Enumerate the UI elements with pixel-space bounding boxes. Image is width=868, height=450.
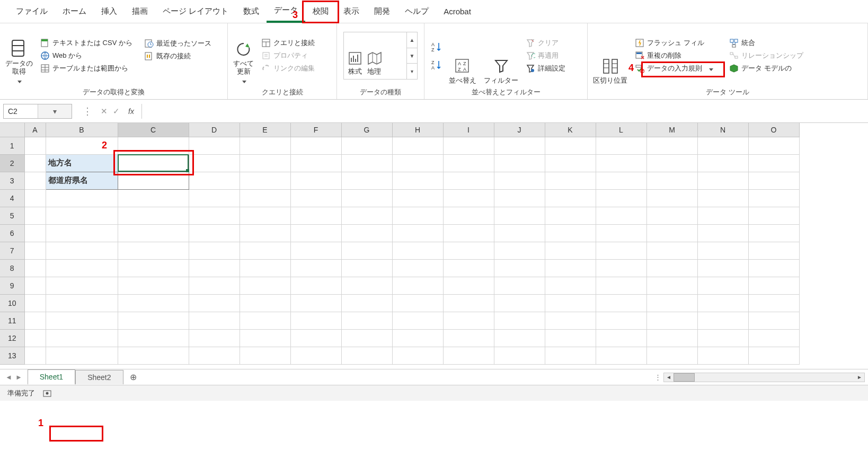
row-header-1[interactable]: 1: [0, 137, 24, 154]
name-box[interactable]: C2 ▾: [3, 104, 72, 119]
row-header-12[interactable]: 12: [0, 329, 24, 347]
name-box-dropdown-icon[interactable]: ▾: [38, 104, 72, 118]
add-sheet-button[interactable]: ⊕: [123, 372, 143, 382]
sheet-tab-1[interactable]: Sheet1: [28, 369, 75, 385]
menu-developer[interactable]: 開発: [367, 1, 397, 22]
menu-draw[interactable]: 描画: [125, 1, 155, 22]
macro-record-icon[interactable]: [42, 389, 52, 398]
row-header-13[interactable]: 13: [0, 347, 24, 364]
menu-insert[interactable]: 挿入: [94, 1, 125, 22]
advanced-filter-button[interactable]: 詳細設定: [524, 63, 568, 74]
data-model-button[interactable]: データ モデルの: [727, 63, 805, 74]
spreadsheet-grid[interactable]: A B C D E F G H I J K L M N O 1 2地方名 3都道…: [0, 123, 868, 369]
row-header-9[interactable]: 9: [0, 277, 24, 294]
col-header-M[interactable]: M: [646, 123, 697, 137]
stocks-label: 株式: [348, 67, 362, 76]
select-all-corner[interactable]: [0, 123, 24, 137]
sort-desc-button[interactable]: ZA: [428, 58, 444, 72]
row-header-6[interactable]: 6: [0, 224, 24, 242]
sheet-tab-2[interactable]: Sheet2: [75, 370, 123, 384]
formula-bar: C2 ▾ ⋮ ✕ ✓ fx: [0, 100, 868, 123]
col-header-J[interactable]: J: [494, 123, 545, 137]
recent-sources-button[interactable]: 最近使ったソース: [142, 38, 222, 49]
clear-filter-button[interactable]: クリア: [524, 37, 568, 49]
scroll-right-icon[interactable]: ►: [855, 374, 864, 380]
row-header-11[interactable]: 11: [0, 312, 24, 329]
menu-formulas[interactable]: 数式: [236, 1, 267, 22]
from-web-button[interactable]: Web から: [38, 50, 139, 61]
cell-C2[interactable]: [118, 154, 189, 172]
chevron-up-icon[interactable]: ▲: [407, 32, 417, 48]
menu-file[interactable]: ファイル: [8, 1, 55, 22]
row-header-4[interactable]: 4: [0, 189, 24, 207]
from-table-button[interactable]: テーブルまたは範囲から: [38, 63, 139, 74]
menu-pagelayout[interactable]: ページ レイアウト: [155, 1, 236, 22]
col-header-K[interactable]: K: [545, 123, 596, 137]
menu-acrobat[interactable]: Acrobat: [436, 2, 479, 21]
cell-C3[interactable]: [118, 172, 189, 189]
formula-input[interactable]: [142, 104, 868, 119]
svg-rect-13: [145, 52, 152, 60]
fx-icon[interactable]: fx: [123, 107, 139, 116]
svg-text:A: A: [458, 61, 461, 66]
cell-B3[interactable]: 都道府県名: [46, 172, 118, 189]
menu-help[interactable]: ヘルプ: [397, 1, 436, 22]
existing-conn-button[interactable]: 既存の接続: [142, 50, 222, 62]
queries-button[interactable]: クエリと接続: [259, 37, 317, 49]
next-sheet-icon[interactable]: ►: [15, 373, 22, 381]
col-header-L[interactable]: L: [596, 123, 646, 137]
row-header-5[interactable]: 5: [0, 207, 24, 224]
menu-data[interactable]: データ: [267, 0, 305, 23]
scroll-thumb[interactable]: [674, 373, 695, 382]
col-header-D[interactable]: D: [189, 123, 240, 137]
enter-formula-icon[interactable]: ✓: [113, 107, 120, 116]
col-header-B[interactable]: B: [46, 123, 118, 137]
cancel-formula-icon[interactable]: ✕: [101, 107, 108, 116]
row-header-10[interactable]: 10: [0, 294, 24, 312]
sort-asc-button[interactable]: AZ: [428, 40, 444, 54]
reapply-button[interactable]: 再適用: [524, 50, 568, 61]
consolidate-button[interactable]: 統合: [727, 37, 805, 49]
properties-button[interactable]: プロパティ: [259, 50, 317, 61]
row-header-2[interactable]: 2: [0, 154, 24, 172]
row-header-8[interactable]: 8: [0, 259, 24, 277]
svg-line-47: [641, 70, 643, 72]
svg-rect-51: [730, 52, 733, 55]
col-header-E[interactable]: E: [240, 123, 290, 137]
svg-text:Z: Z: [463, 61, 466, 66]
horizontal-scrollbar[interactable]: ◄ ►: [663, 373, 865, 382]
gallery-scroll[interactable]: ▲ ▼ ▾: [406, 32, 417, 79]
filter-button[interactable]: フィルター: [482, 25, 520, 86]
col-header-A[interactable]: A: [24, 123, 46, 137]
col-header-C[interactable]: C: [118, 123, 189, 137]
row-header-7[interactable]: 7: [0, 242, 24, 259]
data-validation-button[interactable]: データの入力規則: [633, 63, 724, 74]
edit-links-label: リンクの編集: [273, 64, 315, 73]
col-header-O[interactable]: O: [748, 123, 799, 137]
col-header-I[interactable]: I: [443, 123, 494, 137]
menu-home[interactable]: ホーム: [55, 1, 94, 22]
sort-button[interactable]: AZZA 並べ替え: [447, 25, 479, 86]
relationships-button[interactable]: リレーションシップ: [727, 50, 805, 61]
cell-B2[interactable]: 地方名: [46, 154, 118, 172]
row-header-3[interactable]: 3: [0, 172, 24, 189]
from-csv-button[interactable]: テキストまたは CSV から: [38, 37, 139, 49]
menu-view[interactable]: 表示: [336, 1, 367, 22]
chevron-down-icon[interactable]: ▼: [407, 48, 417, 64]
prev-sheet-icon[interactable]: ◄: [5, 373, 12, 381]
menu-review[interactable]: 校閲: [305, 1, 336, 22]
edit-links-button[interactable]: リンクの編集: [259, 63, 317, 74]
col-header-G[interactable]: G: [341, 123, 392, 137]
remove-duplicates-button[interactable]: 重複の削除: [633, 50, 724, 61]
col-header-H[interactable]: H: [392, 123, 443, 137]
data-types-gallery[interactable]: 株式 地理 ▲ ▼ ▾: [343, 32, 418, 80]
col-header-F[interactable]: F: [290, 123, 341, 137]
scroll-left-icon[interactable]: ◄: [664, 374, 674, 380]
flash-fill-button[interactable]: フラッシュ フィル: [633, 37, 724, 49]
get-data-button[interactable]: データの 取得: [3, 25, 35, 86]
expand-icon[interactable]: ▾: [407, 64, 417, 79]
svg-point-33: [531, 69, 534, 72]
col-header-N[interactable]: N: [697, 123, 748, 137]
text-to-columns-button[interactable]: 区切り位置: [591, 25, 630, 86]
refresh-all-button[interactable]: すべて 更新: [231, 25, 256, 86]
